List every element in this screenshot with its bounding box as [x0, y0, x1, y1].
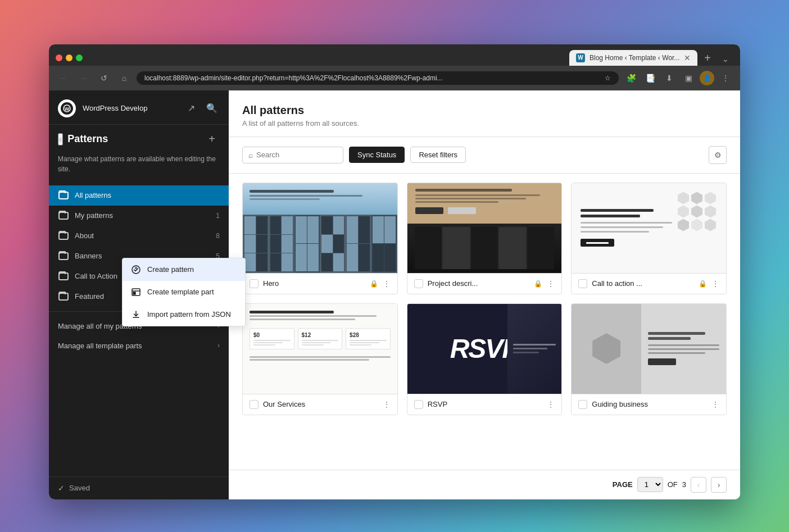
- pagination-prev-button[interactable]: ‹: [691, 477, 706, 493]
- guiding-title-1: [648, 332, 705, 335]
- user-avatar[interactable]: 👤: [700, 71, 714, 85]
- services-card-3: $28: [346, 328, 391, 349]
- pattern-menu-rsvp[interactable]: ⋮: [547, 400, 555, 409]
- folder-icon-my: [58, 210, 69, 221]
- more-options-button[interactable]: ⋮: [718, 70, 733, 86]
- cta-btn-text: [586, 242, 609, 244]
- pattern-checkbox-project[interactable]: [414, 279, 423, 288]
- search-box[interactable]: ⌕: [242, 147, 343, 163]
- back-nav-button[interactable]: ←: [56, 70, 71, 86]
- pattern-menu-services[interactable]: ⋮: [383, 400, 391, 409]
- refresh-nav-button[interactable]: ↺: [96, 70, 112, 86]
- cta-body3: [581, 231, 649, 233]
- sidebar-footer: ✓ Saved: [49, 476, 229, 499]
- download-button[interactable]: ⬇: [661, 70, 677, 86]
- maximize-button[interactable]: [76, 54, 83, 61]
- pattern-menu-project[interactable]: ⋮: [547, 279, 555, 288]
- pattern-menu-guiding[interactable]: ⋮: [711, 400, 719, 409]
- project-building-grid: [415, 227, 554, 269]
- nav-item-about-count: 8: [216, 232, 220, 240]
- browser-tab[interactable]: W Blog Home ‹ Template ‹ Wor... ✕: [569, 50, 697, 66]
- services-title: [250, 311, 334, 313]
- services-cards: $0 $12: [250, 328, 391, 349]
- service-line-1a: [253, 340, 291, 341]
- add-pattern-button[interactable]: +: [204, 131, 220, 147]
- cta-hex-grid: [678, 192, 717, 264]
- wp-logo: W: [58, 99, 76, 117]
- pattern-name-cta: Call to action ...: [592, 279, 694, 288]
- cta-btn: [581, 239, 614, 247]
- minimize-button[interactable]: [66, 54, 72, 61]
- sidebar-button[interactable]: ▣: [681, 70, 696, 86]
- guiding-hex-icon: [592, 333, 620, 364]
- save-page-button[interactable]: 📑: [642, 70, 658, 86]
- rsvp-line3: [513, 352, 539, 353]
- address-bar[interactable]: localhost:8889/wp-admin/site-editor.php?…: [137, 71, 619, 85]
- dropdown-item-create-template[interactable]: Create template part: [123, 281, 245, 303]
- close-button[interactable]: [56, 54, 62, 61]
- manage-template-parts-item[interactable]: Manage all template parts ›: [49, 336, 229, 356]
- new-tab-button[interactable]: +: [697, 50, 718, 66]
- create-template-label: Create template part: [147, 288, 214, 296]
- service-price-1: $0: [253, 332, 291, 338]
- sidebar-item-all-patterns[interactable]: All patterns: [49, 185, 229, 206]
- pattern-name-rsvp: RSVP: [428, 400, 543, 408]
- home-nav-button[interactable]: ⌂: [116, 70, 132, 86]
- dropdown-item-import-json[interactable]: Import pattern from JSON: [123, 303, 245, 326]
- tab-overflow-button[interactable]: ⌄: [718, 52, 733, 66]
- cta-layout: [581, 192, 717, 264]
- pattern-card-cta: Call to action ... 🔒 ⋮: [571, 183, 727, 294]
- external-link-button[interactable]: ↗: [185, 101, 197, 116]
- hero-subtitle-line: [250, 195, 362, 197]
- sync-status-button[interactable]: Sync Status: [349, 147, 405, 163]
- pattern-checkbox-services[interactable]: [250, 400, 259, 409]
- reset-filters-button[interactable]: Reset filters: [410, 147, 466, 163]
- sidebar-nav: All patterns My patterns 1 About: [49, 183, 229, 476]
- search-wp-button[interactable]: 🔍: [204, 101, 220, 116]
- folder-icon-about: [58, 230, 69, 242]
- forward-nav-button[interactable]: →: [76, 70, 92, 86]
- sidebar-item-my-patterns[interactable]: My patterns 1: [49, 206, 229, 226]
- pattern-menu-cta[interactable]: ⋮: [711, 279, 719, 288]
- proj-btn2: [448, 207, 476, 214]
- project-desc-layout: [407, 183, 562, 273]
- tab-close-button[interactable]: ✕: [684, 53, 691, 62]
- nav-item-all-patterns-label: All patterns: [75, 191, 214, 199]
- create-pattern-icon: [130, 264, 142, 275]
- filters-settings-button[interactable]: ⚙: [709, 146, 727, 164]
- hex-7: [678, 219, 689, 231]
- pattern-menu-hero[interactable]: ⋮: [383, 279, 391, 288]
- guiding-left: [572, 304, 641, 394]
- sidebar-item-about[interactable]: About 8: [49, 226, 229, 246]
- pattern-preview-cta: [572, 183, 726, 273]
- page-select[interactable]: 1 2 3: [637, 477, 663, 492]
- search-icon: ⌕: [248, 151, 253, 160]
- dropdown-item-create-pattern[interactable]: Create pattern: [123, 258, 245, 281]
- pattern-checkbox-guiding[interactable]: [578, 400, 587, 409]
- url-text: localhost:8889/wp-admin/site-editor.php?…: [144, 74, 600, 82]
- pattern-checkbox-cta[interactable]: [578, 279, 587, 288]
- search-input[interactable]: [256, 151, 324, 159]
- page-title: All patterns: [242, 104, 727, 117]
- pagination-next-button[interactable]: ›: [711, 477, 727, 493]
- saved-check-icon: ✓: [58, 484, 65, 493]
- service-line-2c: [302, 344, 324, 345]
- app-container: W WordPress Develop ↗ 🔍 ‹ Patterns +: [49, 90, 740, 499]
- import-json-icon: [130, 309, 142, 320]
- pattern-checkbox-hero[interactable]: [250, 279, 259, 288]
- back-arrow-button[interactable]: ‹: [58, 133, 63, 145]
- hero-title-line: [250, 190, 334, 193]
- hex-8: [691, 219, 702, 231]
- chevron-right-icon: ›: [718, 480, 720, 489]
- patterns-title: Patterns: [67, 133, 108, 145]
- svg-text:W: W: [65, 106, 70, 111]
- folder-icon-featured: [58, 291, 69, 302]
- pattern-checkbox-rsvp[interactable]: [414, 400, 423, 409]
- extension-button[interactable]: 🧩: [623, 70, 639, 86]
- services-header: [250, 311, 391, 320]
- traffic-lights: [56, 54, 83, 61]
- pattern-card-services: $0 $12: [242, 303, 398, 415]
- tab-area: W Blog Home ‹ Template ‹ Wor... ✕ + ⌄: [569, 50, 733, 66]
- pattern-preview-hero: [243, 183, 397, 273]
- pattern-name-guiding: Guiding business: [592, 400, 707, 408]
